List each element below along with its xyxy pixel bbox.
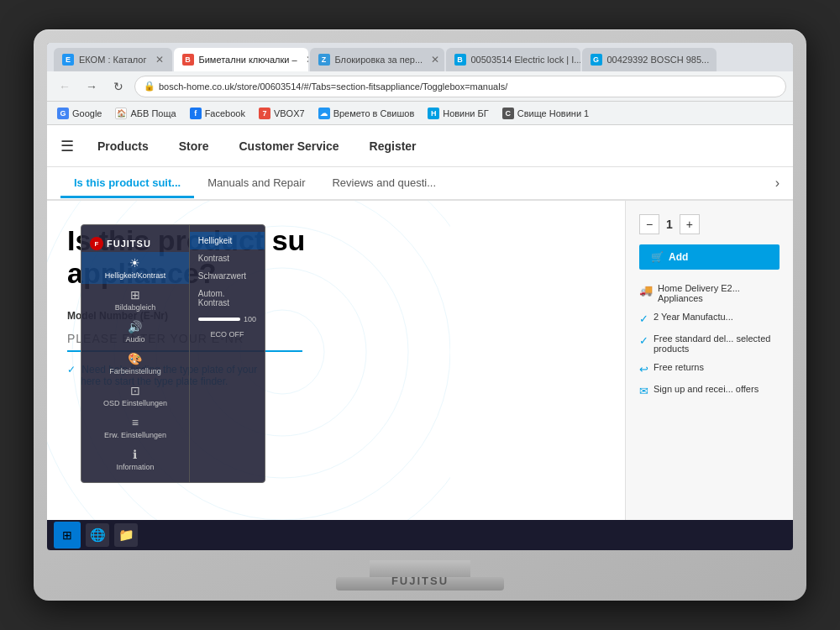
tab-close-3[interactable]: ✕ — [431, 54, 439, 66]
quantity-increase-button[interactable]: + — [680, 214, 700, 234]
bookmark-novini[interactable]: Н Новини БГ — [424, 106, 492, 121]
bookmark-google[interactable]: G Google — [54, 106, 105, 121]
browser-tab-5[interactable]: G 00429392 BOSCH 985... ✕ — [582, 48, 717, 71]
osd-item-bildabgleich[interactable]: ⊞ Bildabgleich — [81, 284, 189, 316]
sidebar-feature-signup: ✉ Sign up and recei... offers — [639, 384, 780, 397]
screen: E ЕКОМ : Каталог ✕ B Биметални ключалки … — [47, 43, 793, 550]
bookmark-vbox7-favicon: 7 — [259, 108, 270, 119]
quantity-decrease-button[interactable]: − — [639, 214, 659, 234]
osd-item-label-2: Audio — [125, 335, 144, 344]
main-content: F FUJITSU ☀ Helligkeit/Kontrast ⊞ Bildab… — [47, 201, 793, 520]
bookmark-svische[interactable]: С Свище Новини 1 — [499, 106, 592, 121]
hamburger-icon[interactable]: ☰ — [60, 137, 74, 155]
taskbar: ⊞ 🌐 📁 — [47, 520, 793, 550]
bookmark-svische-favicon: С — [502, 108, 514, 119]
osd-slider-fill — [198, 318, 240, 321]
start-button[interactable]: ⊞ — [54, 522, 81, 549]
osd-eco-label[interactable]: ECO OFF — [190, 327, 265, 342]
osd-item-info[interactable]: ℹ Information — [81, 444, 189, 475]
taskbar-chrome-icon[interactable]: 🌐 — [86, 523, 109, 547]
bookmark-weather[interactable]: ☁ Времето в Свишов — [315, 106, 418, 121]
quantity-value: 1 — [666, 218, 673, 231]
browser-toolbar: ← → ↻ 🔒 bosch-home.co.uk/store/00603514/… — [47, 71, 793, 102]
back-button[interactable]: ← — [54, 76, 76, 97]
osd-menu-right: Helligkeit Kontrast Schwarzwert Autom. K… — [190, 225, 265, 482]
tab-arrow-right[interactable]: › — [775, 176, 780, 191]
folder-icon: 📁 — [118, 528, 134, 543]
bookmark-fb-label: Facebook — [205, 108, 245, 118]
osd-item-helligkeit[interactable]: ☀ Helligkeit/Kontrast — [81, 252, 189, 284]
tab-close-2[interactable]: ✕ — [306, 54, 308, 66]
sidebar-returns-text: Free returns — [654, 362, 704, 372]
sidebar-feature-delivery: 🚚 Home Delivery E2... Appliances — [639, 283, 780, 303]
quantity-control: − 1 + — [639, 214, 780, 234]
monitor-brand-label: FUJITSU — [391, 575, 449, 587]
bookmark-abv[interactable]: 🏠 АБВ Поща — [112, 106, 179, 121]
site-tab-fits[interactable]: Is this product suit... — [60, 170, 194, 198]
reload-button[interactable]: ↻ — [108, 76, 129, 97]
tab-close-1[interactable]: ✕ — [155, 54, 164, 66]
bookmark-vbox7[interactable]: 7 VBOX7 — [255, 106, 308, 121]
bookmark-fb-favicon: f — [190, 108, 202, 119]
fujitsu-text: FUJITSU — [107, 239, 151, 249]
address-bar[interactable]: 🔒 bosch-home.co.uk/store/00603514/#/Tabs… — [134, 76, 786, 97]
nav-customer-service[interactable]: Customer Service — [232, 136, 345, 156]
osd-erw-icon: ≡ — [132, 416, 139, 429]
check-icon: ✓ — [67, 364, 76, 375]
osd-slider-value: 100 — [244, 315, 256, 323]
osd-item-audio[interactable]: 🔊 Audio — [81, 316, 189, 348]
osd-right-kontrast[interactable]: Kontrast — [190, 249, 265, 267]
site-tab-reviews[interactable]: Reviews and questi... — [318, 170, 449, 198]
osd-brightness-slider[interactable] — [198, 318, 240, 321]
add-to-cart-label: Add — [669, 251, 688, 263]
taskbar-folder-icon[interactable]: 📁 — [114, 523, 138, 547]
osd-right-autom[interactable]: Autom. Kontrast — [190, 285, 265, 312]
bookmark-weather-favicon: ☁ — [318, 108, 330, 119]
osd-item-osd[interactable]: ⊡ OSD Einstellungen — [81, 380, 189, 412]
monitor: E ЕКОМ : Каталог ✕ B Биметални ключалки … — [34, 29, 806, 601]
sidebar-signup-text: Sign up and recei... offers — [654, 384, 759, 394]
add-to-cart-button[interactable]: 🛒 Add — [639, 244, 780, 270]
free-std-icon: ✓ — [639, 334, 648, 347]
osd-item-erw[interactable]: ≡ Erw. Einstellungen — [81, 412, 189, 444]
nav-register[interactable]: Register — [363, 136, 423, 156]
osd-item-label-4: OSD Einstellungen — [103, 399, 167, 407]
screen-bezel: E ЕКОМ : Каталог ✕ B Биметални ключалки … — [47, 43, 793, 550]
osd-right-helligkeit[interactable]: Helligkeit — [190, 232, 265, 249]
browser-tab-4[interactable]: B 00503514 Electric lock | I... ✕ — [446, 48, 580, 71]
site-tab-manuals[interactable]: Manuals and Repair — [194, 170, 318, 198]
osd-menu-left: F FUJITSU ☀ Helligkeit/Kontrast ⊞ Bildab… — [81, 225, 190, 482]
osd-farbe-icon: 🎨 — [128, 352, 142, 365]
content-right: − 1 + 🛒 Add 🚚 Home Delivery E2... Applia… — [625, 201, 793, 520]
osd-item-label-0: Helligkeit/Kontrast — [105, 271, 166, 280]
cart-icon: 🛒 — [651, 251, 664, 263]
returns-icon: ↩ — [639, 363, 648, 375]
bookmark-vbox7-label: VBOX7 — [274, 108, 305, 118]
browser-tab-2[interactable]: B Биметални ключалки – ✕ — [174, 48, 308, 71]
sidebar-free-std-text: Free standard del... selected products — [654, 333, 780, 354]
osd-osd-icon: ⊡ — [130, 384, 140, 397]
tab-label-2: Биметални ключалки – — [199, 55, 297, 65]
forward-button[interactable]: → — [81, 76, 102, 97]
nav-products[interactable]: Products — [91, 136, 155, 156]
osd-item-farbe[interactable]: 🎨 Farbeinstellung — [81, 348, 189, 380]
bookmark-weather-label: Времето в Свишов — [333, 108, 415, 118]
osd-item-label-5: Erw. Einstellungen — [104, 431, 166, 439]
site-nav: ☰ Products Store Customer Service Regist… — [47, 125, 793, 167]
fujitsu-icon: F — [90, 237, 103, 250]
osd-overlay: F FUJITSU ☀ Helligkeit/Kontrast ⊞ Bildab… — [81, 224, 265, 483]
sidebar-delivery-text: Home Delivery E2... Appliances — [658, 283, 780, 303]
chrome-icon: 🌐 — [90, 528, 106, 543]
browser-tab-1[interactable]: E ЕКОМ : Каталог ✕ — [54, 48, 172, 71]
sidebar-feature-warranty: ✓ 2 Year Manufactu... — [639, 312, 780, 325]
nav-store[interactable]: Store — [172, 136, 216, 156]
bookmark-fb[interactable]: f Facebook — [186, 106, 249, 121]
osd-brightness-icon: ☀ — [129, 256, 140, 270]
website: ☰ Products Store Customer Service Regist… — [47, 125, 793, 520]
osd-bildabgleich-icon: ⊞ — [130, 288, 140, 302]
bookmarks-bar: G Google 🏠 АБВ Поща f Facebook 7 VBOX7 — [47, 102, 793, 125]
osd-right-schwarz[interactable]: Schwarzwert — [190, 267, 265, 285]
browser-tab-3[interactable]: Z Блокировка за пер... ✕ — [310, 48, 444, 71]
osd-item-label-1: Bildabgleich — [115, 303, 156, 312]
site-tab-nav: Is this product suit... Manuals and Repa… — [47, 167, 793, 201]
